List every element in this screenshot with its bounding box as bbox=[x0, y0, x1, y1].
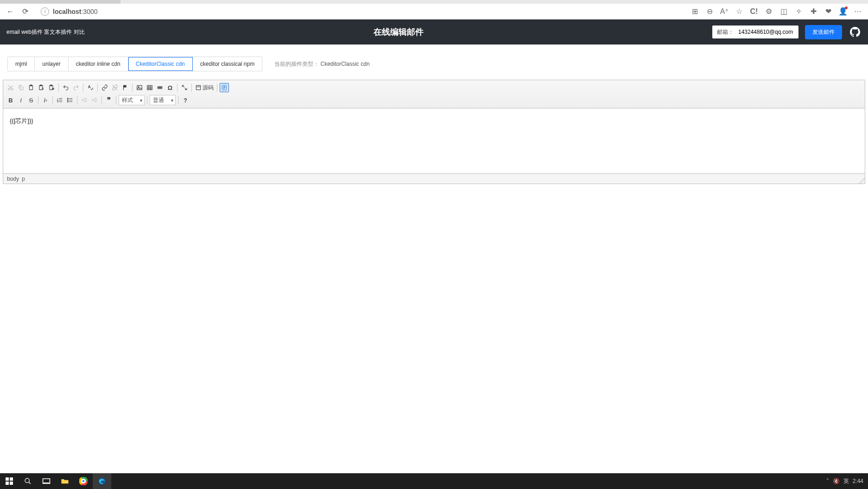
toolbar-separator bbox=[217, 83, 217, 92]
elements-path-body[interactable]: body bbox=[7, 176, 19, 182]
task-view-button[interactable] bbox=[37, 473, 56, 489]
search-button[interactable] bbox=[19, 473, 37, 489]
tray-chevron-icon[interactable]: ˄ bbox=[826, 478, 829, 484]
github-link-icon[interactable] bbox=[849, 25, 862, 38]
current-plugin-value: CkeditorClassic cdn bbox=[321, 61, 370, 67]
profile-icon[interactable]: 👤 bbox=[836, 5, 850, 19]
copy-icon bbox=[16, 83, 25, 92]
svg-point-17 bbox=[67, 98, 68, 99]
zoom-icon[interactable]: ⊖ bbox=[702, 5, 717, 19]
source-button[interactable]: 源码 bbox=[194, 83, 215, 92]
toolbar-separator bbox=[58, 83, 59, 92]
plugin-tab-ckeditor-classic[interactable]: CkeditorClassic cdn bbox=[128, 57, 193, 71]
app-launcher-icon[interactable]: ⊞ bbox=[687, 5, 702, 19]
url-host: localhost bbox=[53, 8, 81, 15]
resize-handle[interactable] bbox=[858, 177, 865, 184]
paste-word-icon[interactable] bbox=[47, 83, 56, 92]
svg-rect-23 bbox=[10, 482, 13, 485]
toolbar-separator bbox=[97, 83, 98, 92]
current-plugin-label: 当前的插件类型： CkeditorClassic cdn bbox=[274, 60, 369, 68]
svg-point-24 bbox=[25, 478, 29, 483]
plugin-tab-mjml[interactable]: mjml bbox=[8, 57, 35, 71]
browser-active-tab[interactable] bbox=[0, 0, 120, 4]
start-button[interactable] bbox=[0, 473, 19, 489]
toolbar-separator bbox=[177, 83, 177, 92]
blockquote-icon[interactable]: ❞ bbox=[104, 95, 114, 105]
svg-rect-22 bbox=[6, 482, 9, 485]
anchor-icon[interactable] bbox=[120, 83, 130, 92]
extension-gear-icon[interactable]: ⚙ bbox=[761, 5, 776, 19]
about-icon[interactable] bbox=[220, 83, 229, 92]
help-icon[interactable]: ? bbox=[181, 95, 190, 105]
svg-rect-11 bbox=[147, 85, 152, 89]
numbered-list-icon[interactable] bbox=[55, 95, 64, 105]
unlink-icon bbox=[110, 83, 120, 92]
volume-icon[interactable]: 🔇 bbox=[833, 478, 840, 484]
nav-back-button[interactable]: ← bbox=[3, 5, 18, 19]
email-input[interactable] bbox=[738, 26, 798, 38]
bold-icon[interactable]: B bbox=[6, 95, 15, 105]
collections-icon[interactable]: ✚ bbox=[806, 5, 821, 19]
toolbar-separator bbox=[191, 83, 192, 92]
svg-rect-9 bbox=[137, 85, 142, 89]
file-explorer-icon[interactable] bbox=[56, 473, 74, 489]
format-dropdown[interactable]: 普通 bbox=[150, 95, 176, 105]
horizontal-rule-icon[interactable] bbox=[155, 83, 165, 92]
content-paragraph[interactable]: {{[芯片]}} bbox=[10, 117, 858, 125]
toolbar-separator bbox=[178, 96, 178, 104]
edge-icon[interactable] bbox=[93, 473, 111, 489]
spellcheck-icon[interactable] bbox=[86, 83, 95, 92]
indent-icon bbox=[90, 95, 99, 105]
read-aloud-icon[interactable]: A⁺ bbox=[717, 5, 732, 19]
plugin-segmented: mjml unlayer ckeditor inline cdn Ckedito… bbox=[7, 57, 262, 71]
more-menu-icon[interactable]: ⋯ bbox=[850, 5, 865, 19]
plugin-tab-ckeditor-npm[interactable]: ckeditor classical npm bbox=[193, 57, 262, 71]
app-title: 在线编辑邮件 bbox=[85, 26, 712, 38]
split-screen-icon[interactable]: ◫ bbox=[776, 5, 791, 19]
svg-rect-21 bbox=[10, 477, 13, 481]
email-input-group: 邮箱： bbox=[712, 25, 798, 38]
performance-icon[interactable]: ❤ bbox=[821, 5, 836, 19]
outdent-icon bbox=[80, 95, 89, 105]
elements-path-p[interactable]: p bbox=[22, 176, 25, 182]
paste-text-icon[interactable] bbox=[37, 83, 46, 92]
remove-format-icon[interactable]: Ix bbox=[41, 95, 50, 105]
svg-rect-20 bbox=[6, 477, 9, 481]
ime-indicator[interactable]: 英 bbox=[843, 477, 849, 485]
system-tray[interactable]: ˄ 🔇 英 2:44 bbox=[826, 477, 868, 485]
paste-icon[interactable] bbox=[26, 83, 36, 92]
image-icon[interactable] bbox=[135, 83, 144, 92]
ckeditor-content[interactable]: {{[芯片]}} bbox=[3, 108, 865, 173]
windows-taskbar: ˄ 🔇 英 2:44 bbox=[0, 473, 868, 489]
svg-point-18 bbox=[67, 100, 68, 101]
favorite-star-icon[interactable]: ☆ bbox=[732, 5, 747, 19]
toolbar-separator bbox=[116, 96, 116, 104]
ckeditor-container: Ω 源码 B I S Ix ❞ 样式 普通 ? bbox=[3, 80, 865, 184]
svg-point-19 bbox=[67, 102, 68, 102]
browser-url-bar: ← ⟳ i localhost:3000 ⊞ ⊖ A⁺ ☆ C! ⚙ ◫ ✧ ✚… bbox=[0, 4, 868, 19]
plugin-tab-unlayer[interactable]: unlayer bbox=[35, 57, 68, 71]
address-field[interactable]: i localhost:3000 bbox=[36, 5, 684, 18]
styles-dropdown[interactable]: 样式 bbox=[119, 95, 145, 105]
table-icon[interactable] bbox=[145, 83, 154, 92]
site-info-icon[interactable]: i bbox=[41, 7, 49, 16]
italic-icon[interactable]: I bbox=[16, 95, 25, 105]
toolbar-separator bbox=[147, 96, 147, 104]
app-subtitle: email web插件 富文本插件 对比 bbox=[6, 28, 85, 36]
chrome-icon[interactable] bbox=[74, 473, 93, 489]
undo-icon[interactable] bbox=[61, 83, 70, 92]
nav-refresh-button[interactable]: ⟳ bbox=[18, 5, 32, 19]
extension-c-icon[interactable]: C! bbox=[747, 5, 761, 19]
strike-icon[interactable]: S bbox=[26, 95, 36, 105]
app-header: email web插件 富文本插件 对比 在线编辑邮件 邮箱： 发送邮件 bbox=[0, 19, 868, 44]
link-icon[interactable] bbox=[100, 83, 109, 92]
favorites-list-icon[interactable]: ✧ bbox=[791, 5, 806, 19]
send-email-button[interactable]: 发送邮件 bbox=[805, 25, 842, 39]
email-label: 邮箱： bbox=[712, 28, 738, 36]
maximize-icon[interactable] bbox=[180, 83, 189, 92]
bulleted-list-icon[interactable] bbox=[65, 95, 75, 105]
plugin-tab-ckeditor-inline[interactable]: ckeditor inline cdn bbox=[69, 57, 128, 71]
clock[interactable]: 2:44 bbox=[853, 478, 863, 484]
special-char-icon[interactable]: Ω bbox=[165, 83, 175, 92]
toolbar-separator bbox=[83, 83, 83, 92]
